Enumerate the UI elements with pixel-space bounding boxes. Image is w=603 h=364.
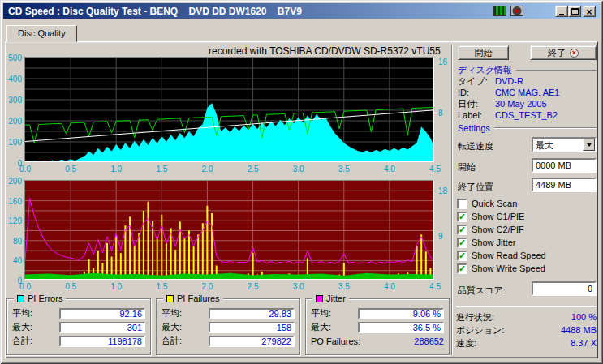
horizontal-separator (456, 306, 597, 307)
checkbox-box[interactable]: ✓ (457, 225, 467, 235)
checkbox-show-jitter[interactable]: ✓Show Jitter (457, 236, 597, 249)
x-axis-tick: 1.0 (110, 165, 122, 173)
x-axis-tick: 4.5 (429, 282, 441, 291)
stats-title: Jitter (326, 293, 346, 303)
quality-score-label: 品質スコア: (458, 285, 506, 297)
stats-group-jitter: Jitter平均:9.06 %最大:36.5 %PO Failures:2886… (305, 298, 450, 355)
x-axis-tick: 4.5 (429, 165, 441, 173)
close-icon (586, 6, 592, 18)
checkbox-show-read-speed[interactable]: ✓Show Read Speed (457, 249, 597, 262)
x-axis-tick: 4.0 (384, 165, 395, 173)
y-axis-tick: 16 (438, 58, 447, 66)
stats-label: 平均: (162, 307, 209, 319)
checkbox-label: Show Jitter (472, 238, 515, 247)
stats-title: PI Errors (28, 293, 62, 303)
stats-rows: 平均:92.16最大:301合計:1198178 (12, 306, 145, 348)
legend-color-swatch (166, 295, 174, 302)
settings-header: Settings (458, 123, 597, 133)
y-axis-tick: 200 (1, 117, 22, 126)
checkbox-quick-scan[interactable]: Quick Scan (457, 197, 597, 210)
checkbox-show-write-speed[interactable]: ✓Show Write Speed (457, 262, 597, 275)
x-axis-tick: 3.0 (293, 282, 304, 291)
chart-header: recorded with TOSHIBA CD/DVDW SD-R5372 v… (209, 45, 441, 57)
tab-disc-quality[interactable]: Disc Quality (6, 25, 77, 42)
disc-info-value: DVD-R (495, 76, 523, 86)
minimize-icon (559, 14, 564, 15)
stop-button-label: 終了 (548, 47, 566, 59)
x-axis-tick: 2.5 (248, 282, 259, 291)
checkbox-box[interactable] (457, 199, 467, 209)
stats-value-field: 301 (59, 322, 145, 333)
stats-legend: Jitter (312, 293, 349, 303)
stats-row: 平均:9.06 % (311, 306, 444, 320)
pi-failures-plot (24, 180, 434, 280)
checkbox-box[interactable]: ✓ (457, 238, 467, 248)
y-axis-tick: 40 (1, 256, 22, 265)
stats-value: 288652 (360, 336, 444, 346)
legend-color-swatch (17, 295, 24, 302)
y-axis-tick: 8 (438, 109, 443, 118)
close-button[interactable] (583, 6, 596, 17)
transfer-rate-select[interactable]: 最大 (532, 137, 597, 152)
exit-icon (570, 49, 579, 58)
status-label: ポジション: (456, 324, 504, 336)
disc-info-row: ID:CMC MAG. AE1 (458, 87, 597, 98)
transfer-rate-label: 転送速度 (458, 140, 493, 152)
stats-value-field: 92.16 (59, 308, 145, 319)
status-row: 速度:8.37 X (456, 336, 597, 349)
disc-info-rows: タイプ:DVD-RID:CMC MAG. AE1日付:30 May 2005La… (458, 75, 597, 121)
options-checkbox-group: Quick Scan✓Show C1/PIE✓Show C2/PIF✓Show … (457, 197, 597, 275)
y-axis-tick: 100 (1, 138, 22, 147)
x-axis-tick: 0.0 (19, 282, 31, 291)
stop-button[interactable]: 終了 (530, 45, 597, 60)
status-value: 4488 MB (561, 325, 597, 335)
disc-icon[interactable] (510, 6, 523, 16)
y-axis-tick: 300 (1, 96, 22, 105)
x-axis-tick: 2.0 (201, 282, 213, 291)
header-rule (516, 70, 597, 71)
start-button[interactable]: 開始 (458, 45, 509, 60)
stats-title: PI Failures (177, 293, 220, 303)
chart-icon[interactable] (493, 6, 506, 16)
checkbox-label: Show C1/PIE (472, 212, 524, 221)
stats-row: 最大:301 (12, 320, 145, 334)
checkbox-box[interactable]: ✓ (457, 263, 467, 274)
checkbox-box[interactable]: ✓ (457, 212, 467, 222)
stats-legend: PI Failures (163, 293, 223, 303)
window-title: CD Speed : Disc Quality Test - BENQ DVD … (8, 6, 302, 17)
status-row: 進行状況:100 % (456, 310, 597, 323)
stats-row: 合計:1198178 (12, 334, 145, 348)
checkbox-show-c2-pif[interactable]: ✓Show C2/PIF (457, 223, 597, 236)
x-axis-tick: 3.5 (338, 282, 350, 291)
stats-row: 最大:36.5 % (311, 320, 444, 334)
x-axis-tick: 3.0 (293, 165, 304, 173)
checkbox-label: Show Read Speed (472, 251, 546, 260)
stats-label: 平均: (12, 307, 59, 319)
end-position-field[interactable]: 4489 MB (532, 178, 597, 192)
y-axis-tick: 400 (1, 75, 22, 84)
minimize-button[interactable] (555, 6, 568, 17)
transfer-rate-dropdown-button[interactable] (583, 139, 595, 151)
checkbox-label: Show C2/PIF (472, 225, 524, 234)
maximize-button[interactable] (568, 6, 581, 17)
stats-label: 最大: (162, 321, 209, 333)
maximize-icon (571, 8, 579, 15)
checkbox-show-c1-pie[interactable]: ✓Show C1/PIE (457, 210, 597, 223)
stats-row: 最大:158 (162, 320, 295, 334)
stats-group-pi-errors: PI Errors平均:92.16最大:301合計:1198178 (6, 298, 151, 355)
checkbox-box[interactable]: ✓ (457, 251, 467, 261)
start-position-field[interactable]: 0000 MB (532, 158, 597, 173)
stats-value-field: 9.06 % (358, 308, 444, 319)
stats-rows: 平均:29.83最大:158合計:279822 (162, 306, 295, 348)
pi-errors-y-left-axis: 5004003002001000 (1, 58, 22, 165)
disc-info-label: ID: (458, 88, 495, 97)
stats-group-pi-failures: PI Failures平均:29.83最大:158合計:279822 (156, 298, 300, 355)
x-axis-tick: 3.5 (338, 165, 350, 173)
disc-info-row: 日付:30 May 2005 (458, 98, 597, 109)
disc-info-label: タイプ: (458, 75, 495, 88)
disc-info-value: 30 May 2005 (495, 99, 547, 109)
checkbox-label: Show Write Speed (472, 263, 545, 273)
app-window: CD Speed : Disc Quality Test - BENQ DVD … (0, 0, 603, 364)
stats-value-field: 279822 (209, 336, 295, 347)
stats-row: PO Failures:288652 (311, 334, 444, 348)
